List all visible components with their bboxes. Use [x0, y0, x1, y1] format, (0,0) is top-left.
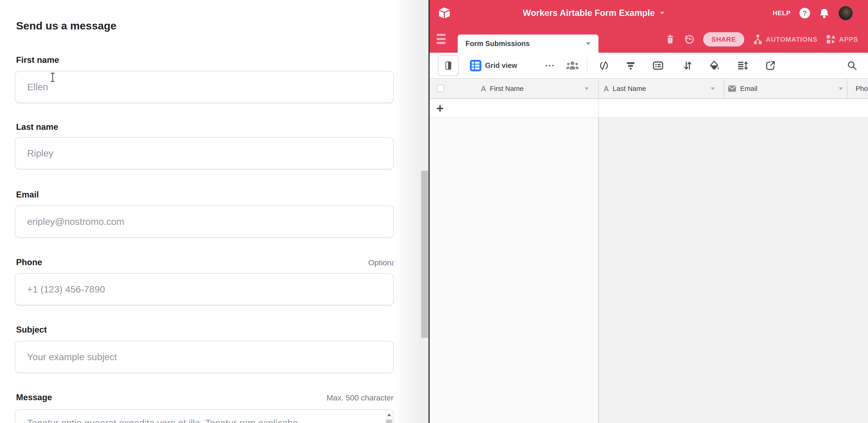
row-height-icon[interactable] [737, 53, 748, 78]
phone-input[interactable] [15, 273, 394, 305]
help-button[interactable]: HELP [773, 9, 791, 17]
airtable-topbar: Workers Airtable Form Example HELP ? [430, 0, 868, 26]
form-pane-scrollbar-thumb[interactable] [421, 171, 428, 338]
help-question-icon[interactable]: ? [800, 8, 810, 19]
column-divider[interactable] [598, 79, 599, 98]
grid-view-icon [470, 60, 482, 71]
base-title-caret-icon[interactable] [660, 12, 664, 14]
primary-column-divider [598, 118, 599, 423]
subject-input[interactable] [15, 341, 394, 373]
message-placeholder: Tenetur optio quaerat expedita vero et i… [27, 418, 298, 423]
table-header-row: A First Name A Last Name Email Phone [430, 78, 868, 99]
trash-icon[interactable] [665, 34, 676, 44]
grid-view-label: Grid view [485, 61, 517, 70]
apps-icon [826, 34, 836, 44]
first-name-input[interactable] [15, 71, 394, 103]
scroll-up-arrow-icon[interactable] [385, 410, 393, 419]
first-name-label: First name [16, 55, 59, 65]
form-title: Send us a message [16, 19, 116, 32]
contact-form-pane: Send us a message First name Last name E… [0, 0, 412, 423]
column-divider[interactable] [724, 79, 724, 98]
phone-label: Phone [16, 258, 42, 267]
sidebar-toggle-button[interactable] [438, 55, 459, 76]
column-name: Email [740, 85, 757, 92]
select-all-checkbox[interactable] [437, 85, 444, 92]
last-name-input[interactable] [15, 137, 394, 170]
column-caret-icon[interactable] [839, 87, 843, 90]
menu-hamburger-icon[interactable] [437, 32, 447, 46]
column-header-email[interactable]: Email [728, 79, 757, 98]
column-name: Last Name [613, 85, 646, 92]
airtable-window: Workers Airtable Form Example HELP ? For… [430, 0, 868, 423]
apps-label: APPS [839, 36, 858, 43]
add-record-row[interactable] [430, 99, 868, 118]
airtable-tabbar: Form Submissions SHARE [430, 26, 868, 53]
email-label: Email [16, 190, 39, 200]
share-view-icon[interactable] [765, 53, 776, 78]
subject-label: Subject [16, 325, 47, 335]
column-caret-icon[interactable] [585, 87, 589, 90]
search-icon[interactable] [847, 53, 858, 78]
message-scrollbar-thumb[interactable] [386, 420, 392, 423]
email-input[interactable] [15, 206, 394, 238]
form-pane-scroll-shade [394, 0, 421, 423]
single-line-text-icon: A [603, 85, 609, 92]
table-body-area [599, 118, 868, 423]
base-title[interactable]: Workers Airtable Form Example [523, 8, 655, 18]
column-caret-icon[interactable] [711, 87, 715, 90]
message-max-note: Max. 500 characters [327, 393, 397, 402]
last-name-label: Last name [16, 122, 58, 132]
single-line-text-icon: A [481, 85, 486, 92]
column-name: Phone [856, 85, 868, 92]
sort-icon[interactable] [682, 53, 693, 78]
phone-optional-note: Optional [368, 258, 397, 267]
toolbar-divider [587, 58, 587, 73]
message-textarea[interactable]: Tenetur optio quaerat expedita vero et i… [15, 410, 394, 423]
apps-button[interactable]: APPS [826, 34, 858, 44]
column-name: First Name [490, 85, 524, 92]
column-header-first-name[interactable]: A First Name [481, 79, 524, 98]
message-scrollbar[interactable] [385, 410, 393, 423]
grid-view-selector[interactable]: Grid view [470, 53, 517, 78]
share-button[interactable]: SHARE [703, 32, 744, 47]
column-header-phone[interactable]: Phone [852, 79, 868, 98]
message-label: Message [16, 393, 52, 402]
text-cursor-icon [50, 72, 56, 82]
filter-icon[interactable] [625, 53, 636, 78]
tab-caret-icon[interactable] [586, 42, 591, 45]
tab-form-submissions[interactable]: Form Submissions [458, 34, 598, 53]
user-avatar[interactable] [839, 6, 853, 20]
collaborators-icon[interactable] [566, 53, 579, 78]
history-icon[interactable] [684, 34, 695, 45]
automations-label: AUTOMATIONS [766, 36, 817, 43]
column-header-last-name[interactable]: A Last Name [603, 79, 646, 98]
group-icon[interactable] [652, 53, 663, 78]
table-body-primary-column [430, 118, 598, 423]
view-toolbar: Grid view [430, 53, 868, 78]
notifications-bell-icon[interactable] [819, 8, 830, 19]
automations-icon [752, 34, 763, 44]
add-record-plus-icon[interactable] [436, 104, 444, 113]
email-icon [728, 85, 737, 92]
column-divider [598, 99, 599, 117]
view-options-ellipsis-button[interactable] [544, 53, 556, 78]
column-divider[interactable] [847, 79, 847, 98]
sidebar-panel-icon [443, 60, 454, 71]
color-fill-icon[interactable] [709, 53, 720, 78]
hide-fields-icon[interactable] [599, 53, 609, 78]
automations-button[interactable]: AUTOMATIONS [752, 34, 817, 44]
tab-label: Form Submissions [466, 39, 530, 48]
